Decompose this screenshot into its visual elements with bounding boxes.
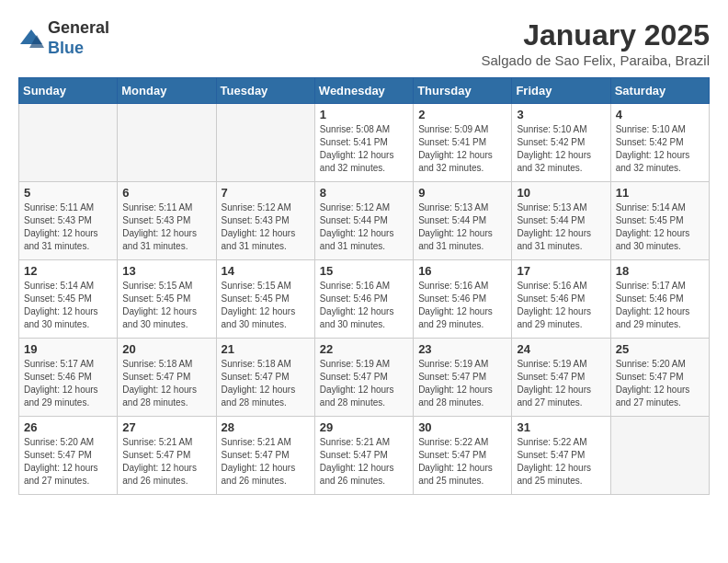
calendar-week-row: 26Sunrise: 5:20 AM Sunset: 5:47 PM Dayli… — [19, 417, 710, 495]
title-block: January 2025 Salgado de Sao Felix, Parai… — [482, 18, 710, 68]
day-info: Sunrise: 5:15 AM Sunset: 5:45 PM Dayligh… — [122, 280, 210, 331]
calendar-cell: 8Sunrise: 5:12 AM Sunset: 5:44 PM Daylig… — [314, 182, 413, 260]
day-info: Sunrise: 5:16 AM Sunset: 5:46 PM Dayligh… — [320, 280, 408, 331]
day-number: 7 — [222, 186, 310, 200]
calendar-cell: 27Sunrise: 5:21 AM Sunset: 5:47 PM Dayli… — [118, 417, 216, 495]
calendar-cell: 11Sunrise: 5:14 AM Sunset: 5:45 PM Dayli… — [610, 182, 709, 260]
day-info: Sunrise: 5:22 AM Sunset: 5:47 PM Dayligh… — [418, 436, 506, 488]
day-info: Sunrise: 5:09 AM Sunset: 5:41 PM Dayligh… — [418, 123, 506, 175]
calendar-cell: 13Sunrise: 5:15 AM Sunset: 5:45 PM Dayli… — [118, 260, 216, 339]
calendar-cell: 9Sunrise: 5:13 AM Sunset: 5:44 PM Daylig… — [414, 182, 512, 260]
day-info: Sunrise: 5:20 AM Sunset: 5:47 PM Dayligh… — [24, 436, 112, 488]
day-info: Sunrise: 5:22 AM Sunset: 5:47 PM Dayligh… — [517, 436, 605, 488]
weekday-header-monday: Monday — [118, 78, 216, 104]
day-number: 24 — [517, 342, 605, 356]
day-info: Sunrise: 5:17 AM Sunset: 5:46 PM Dayligh… — [616, 280, 704, 331]
calendar-cell: 26Sunrise: 5:20 AM Sunset: 5:47 PM Dayli… — [19, 417, 118, 495]
calendar-cell: 30Sunrise: 5:22 AM Sunset: 5:47 PM Dayli… — [414, 417, 512, 495]
calendar-cell: 29Sunrise: 5:21 AM Sunset: 5:47 PM Dayli… — [314, 417, 413, 495]
day-info: Sunrise: 5:11 AM Sunset: 5:43 PM Dayligh… — [24, 201, 112, 253]
calendar-cell — [19, 104, 118, 182]
day-number: 27 — [122, 420, 210, 434]
day-info: Sunrise: 5:13 AM Sunset: 5:44 PM Dayligh… — [418, 201, 506, 253]
day-info: Sunrise: 5:18 AM Sunset: 5:47 PM Dayligh… — [122, 358, 210, 409]
day-info: Sunrise: 5:18 AM Sunset: 5:47 PM Dayligh… — [222, 358, 310, 409]
day-number: 29 — [320, 420, 408, 434]
day-number: 6 — [122, 186, 210, 200]
weekday-header-row: SundayMondayTuesdayWednesdayThursdayFrid… — [19, 78, 710, 104]
logo-icon — [18, 26, 44, 52]
calendar-cell: 14Sunrise: 5:15 AM Sunset: 5:45 PM Dayli… — [216, 260, 314, 339]
calendar-cell — [118, 104, 216, 182]
calendar-week-row: 19Sunrise: 5:17 AM Sunset: 5:46 PM Dayli… — [19, 339, 710, 417]
calendar-cell — [610, 417, 709, 495]
calendar-cell: 16Sunrise: 5:16 AM Sunset: 5:46 PM Dayli… — [414, 260, 512, 339]
calendar-cell: 2Sunrise: 5:09 AM Sunset: 5:41 PM Daylig… — [414, 104, 512, 182]
page-header: General Blue January 2025 Salgado de Sao… — [18, 18, 710, 68]
day-info: Sunrise: 5:19 AM Sunset: 5:47 PM Dayligh… — [517, 358, 605, 409]
day-info: Sunrise: 5:19 AM Sunset: 5:47 PM Dayligh… — [418, 358, 506, 409]
calendar-cell: 3Sunrise: 5:10 AM Sunset: 5:42 PM Daylig… — [512, 104, 610, 182]
calendar-cell: 4Sunrise: 5:10 AM Sunset: 5:42 PM Daylig… — [610, 104, 709, 182]
calendar-cell: 12Sunrise: 5:14 AM Sunset: 5:45 PM Dayli… — [19, 260, 118, 339]
calendar-cell: 1Sunrise: 5:08 AM Sunset: 5:41 PM Daylig… — [314, 104, 413, 182]
day-info: Sunrise: 5:10 AM Sunset: 5:42 PM Dayligh… — [517, 123, 605, 175]
calendar-cell: 19Sunrise: 5:17 AM Sunset: 5:46 PM Dayli… — [19, 339, 118, 417]
day-number: 20 — [122, 342, 210, 356]
day-number: 11 — [616, 186, 704, 200]
day-number: 3 — [517, 108, 605, 121]
day-number: 30 — [418, 420, 506, 434]
weekday-header-tuesday: Tuesday — [216, 78, 314, 104]
day-number: 2 — [418, 108, 506, 121]
calendar-cell: 31Sunrise: 5:22 AM Sunset: 5:47 PM Dayli… — [512, 417, 610, 495]
day-number: 1 — [320, 108, 408, 121]
calendar-week-row: 5Sunrise: 5:11 AM Sunset: 5:43 PM Daylig… — [19, 182, 710, 260]
day-info: Sunrise: 5:16 AM Sunset: 5:46 PM Dayligh… — [517, 280, 605, 331]
weekday-header-wednesday: Wednesday — [314, 78, 413, 104]
day-number: 12 — [24, 264, 112, 278]
calendar-cell: 5Sunrise: 5:11 AM Sunset: 5:43 PM Daylig… — [19, 182, 118, 260]
calendar-cell: 10Sunrise: 5:13 AM Sunset: 5:44 PM Dayli… — [512, 182, 610, 260]
day-number: 9 — [418, 186, 506, 200]
calendar-cell: 15Sunrise: 5:16 AM Sunset: 5:46 PM Dayli… — [314, 260, 413, 339]
day-info: Sunrise: 5:10 AM Sunset: 5:42 PM Dayligh… — [616, 123, 704, 175]
day-info: Sunrise: 5:13 AM Sunset: 5:44 PM Dayligh… — [517, 201, 605, 253]
calendar-cell: 24Sunrise: 5:19 AM Sunset: 5:47 PM Dayli… — [512, 339, 610, 417]
calendar-cell: 17Sunrise: 5:16 AM Sunset: 5:46 PM Dayli… — [512, 260, 610, 339]
calendar-table: SundayMondayTuesdayWednesdayThursdayFrid… — [18, 77, 710, 495]
day-info: Sunrise: 5:12 AM Sunset: 5:44 PM Dayligh… — [320, 201, 408, 253]
day-number: 14 — [222, 264, 310, 278]
day-info: Sunrise: 5:21 AM Sunset: 5:47 PM Dayligh… — [222, 436, 310, 488]
day-info: Sunrise: 5:16 AM Sunset: 5:46 PM Dayligh… — [418, 280, 506, 331]
month-year-title: January 2025 — [482, 18, 710, 52]
day-info: Sunrise: 5:19 AM Sunset: 5:47 PM Dayligh… — [320, 358, 408, 409]
calendar-week-row: 12Sunrise: 5:14 AM Sunset: 5:45 PM Dayli… — [19, 260, 710, 339]
day-number: 31 — [517, 420, 605, 434]
calendar-cell: 7Sunrise: 5:12 AM Sunset: 5:43 PM Daylig… — [216, 182, 314, 260]
calendar-cell: 21Sunrise: 5:18 AM Sunset: 5:47 PM Dayli… — [216, 339, 314, 417]
calendar-cell: 25Sunrise: 5:20 AM Sunset: 5:47 PM Dayli… — [610, 339, 709, 417]
day-info: Sunrise: 5:15 AM Sunset: 5:45 PM Dayligh… — [222, 280, 310, 331]
day-number: 25 — [616, 342, 704, 356]
logo: General Blue — [18, 18, 109, 58]
day-info: Sunrise: 5:08 AM Sunset: 5:41 PM Dayligh… — [320, 123, 408, 175]
day-info: Sunrise: 5:12 AM Sunset: 5:43 PM Dayligh… — [222, 201, 310, 253]
calendar-cell: 20Sunrise: 5:18 AM Sunset: 5:47 PM Dayli… — [118, 339, 216, 417]
day-number: 13 — [122, 264, 210, 278]
day-number: 28 — [222, 420, 310, 434]
logo-general-text: General — [48, 18, 109, 37]
day-info: Sunrise: 5:17 AM Sunset: 5:46 PM Dayligh… — [24, 358, 112, 409]
day-info: Sunrise: 5:21 AM Sunset: 5:47 PM Dayligh… — [320, 436, 408, 488]
weekday-header-friday: Friday — [512, 78, 610, 104]
day-number: 22 — [320, 342, 408, 356]
weekday-header-saturday: Saturday — [610, 78, 709, 104]
location-subtitle: Salgado de Sao Felix, Paraiba, Brazil — [482, 52, 710, 68]
day-number: 10 — [517, 186, 605, 200]
weekday-header-sunday: Sunday — [19, 78, 118, 104]
day-number: 19 — [24, 342, 112, 356]
calendar-week-row: 1Sunrise: 5:08 AM Sunset: 5:41 PM Daylig… — [19, 104, 710, 182]
day-number: 26 — [24, 420, 112, 434]
day-number: 16 — [418, 264, 506, 278]
day-number: 23 — [418, 342, 506, 356]
day-number: 5 — [24, 186, 112, 200]
